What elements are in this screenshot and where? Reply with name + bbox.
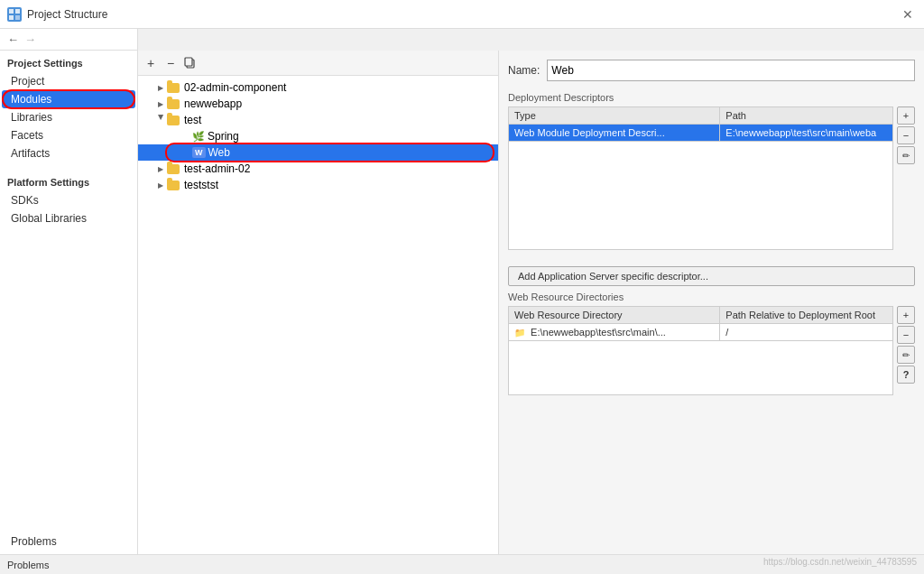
problems-link[interactable]: Problems (7, 560, 49, 570)
wrd-empty-row (509, 341, 893, 395)
tree-item-label: newwebapp (184, 97, 242, 110)
edit-wrd-button[interactable]: ✏ (897, 346, 915, 364)
remove-descriptor-button[interactable]: − (897, 126, 915, 144)
main-content: Project Settings Project Modules Librari… (0, 51, 924, 554)
deployment-descriptors-section: Deployment Descriptors Type Path Web Mod… (508, 92, 915, 250)
deployment-table-row[interactable]: Web Module Deployment Descri... E:\newwe… (509, 125, 893, 142)
add-descriptor-button[interactable]: + (897, 106, 915, 125)
help-wrd-button[interactable]: ? (897, 366, 915, 384)
tree-item-label: teststst (184, 179, 218, 191)
left-nav-panel: Project Settings Project Modules Librari… (0, 51, 138, 554)
deployment-table: Type Path Web Module Deployment Descri..… (508, 106, 893, 250)
svg-rect-5 (185, 58, 192, 66)
col-header-path: Path (720, 107, 893, 125)
forward-button[interactable]: → (24, 32, 36, 46)
cell-wrd-directory: 📁 E:\newwebapp\test\src\main\... (509, 324, 720, 341)
svg-rect-3 (15, 15, 20, 20)
svg-rect-2 (9, 15, 14, 20)
name-field-label: Name: (508, 64, 540, 77)
folder-icon-test-admin (167, 163, 181, 174)
sidebar-item-modules[interactable]: Modules (2, 90, 135, 108)
cell-path: E:\newwebapp\test\src\main\weba (720, 125, 893, 142)
sidebar-item-problems[interactable]: Problems (0, 532, 137, 551)
folder-icon-test (167, 115, 181, 125)
expand-arrow-newwebapp: ▶ (154, 100, 167, 108)
wrd-table-row[interactable]: 📁 E:\newwebapp\test\src\main\... / (509, 324, 893, 341)
platform-settings-label: Platform Settings (0, 170, 137, 191)
expand-arrow-admin: ▶ (154, 84, 167, 92)
spring-icon: 🌿 (192, 131, 205, 143)
tree-item-admin-component[interactable]: ▶ 02-admin-component (138, 79, 498, 96)
tree-item-teststst[interactable]: ▶ teststst (138, 177, 498, 193)
name-field-input[interactable] (547, 60, 915, 81)
add-app-server-descriptor-button[interactable]: Add Application Server specific descript… (508, 266, 915, 286)
tree-item-label: test (184, 114, 201, 126)
tree-item-label: test-admin-02 (184, 162, 250, 175)
wrd-table-container: Web Resource Directory Path Relative to … (508, 306, 915, 395)
add-wrd-button[interactable]: + (897, 306, 915, 324)
deployment-table-empty-row (509, 142, 893, 250)
col-header-wrd-path: Path Relative to Deployment Root (720, 307, 893, 324)
tree-content: ▶ 02-admin-component ▶ newwebapp ▶ test … (138, 76, 498, 554)
right-panel: Name: Deployment Descriptors Type Path (499, 51, 924, 554)
web-icon: W (192, 147, 206, 158)
sidebar-item-sdks[interactable]: SDKs (0, 191, 137, 209)
back-button[interactable]: ← (7, 32, 19, 46)
project-settings-label: Project Settings (0, 51, 137, 72)
web-resource-directories-title: Web Resource Directories (508, 292, 915, 302)
svg-rect-0 (9, 9, 14, 14)
folder-icon-admin (167, 82, 181, 93)
tree-item-test[interactable]: ▶ test (138, 112, 498, 128)
deployment-descriptors-title: Deployment Descriptors (508, 92, 915, 103)
cell-type: Web Module Deployment Descri... (509, 125, 720, 142)
remove-module-button[interactable]: − (162, 54, 180, 72)
wrd-table-wrapper: Web Resource Directory Path Relative to … (508, 306, 893, 395)
sidebar-item-project[interactable]: Project (0, 72, 137, 90)
folder-icon-teststst (167, 180, 181, 190)
tree-item-test-admin-02[interactable]: ▶ test-admin-02 (138, 161, 498, 177)
tree-item-label: Spring (208, 130, 239, 143)
expand-arrow-test: ▶ (157, 114, 165, 126)
wrd-side-buttons: + − ✏ ? (897, 306, 915, 395)
tree-item-label: 02-admin-component (184, 81, 286, 94)
edit-descriptor-button[interactable]: ✏ (897, 146, 915, 164)
expand-arrow-test-admin: ▶ (154, 165, 167, 173)
close-button[interactable]: ✕ (899, 5, 917, 23)
name-row: Name: (508, 60, 915, 81)
watermark: https://blog.csdn.net/weixin_44783595 (763, 557, 917, 567)
col-header-wrd: Web Resource Directory (509, 307, 720, 324)
arrow-spacer-web: ▶ (180, 149, 192, 157)
copy-module-button[interactable] (181, 54, 199, 72)
col-header-type: Type (509, 107, 720, 125)
deployment-table-wrapper: Type Path Web Module Deployment Descri..… (508, 106, 893, 250)
add-module-button[interactable]: + (142, 54, 160, 72)
cell-wrd-path: / (720, 324, 893, 341)
sidebar-item-global-libraries[interactable]: Global Libraries (0, 209, 137, 227)
title-bar-left: Project Structure (7, 7, 107, 22)
sidebar-item-libraries[interactable]: Libraries (0, 108, 137, 126)
remove-wrd-button[interactable]: − (897, 326, 915, 344)
web-resource-directories-section: Web Resource Directories Web Resource Di… (508, 292, 915, 395)
expand-arrow-teststst: ▶ (154, 181, 167, 190)
tree-item-spring[interactable]: ▶ 🌿 Spring (138, 128, 498, 144)
dialog-title: Project Structure (27, 8, 107, 21)
arrow-spacer-spring: ▶ (180, 133, 192, 141)
tree-toolbar: + − (138, 51, 498, 76)
svg-rect-1 (15, 9, 20, 14)
app-icon (7, 7, 22, 22)
deployment-table-container: Type Path Web Module Deployment Descri..… (508, 106, 915, 250)
title-bar: Project Structure ✕ (0, 0, 924, 29)
wrd-table: Web Resource Directory Path Relative to … (508, 306, 893, 395)
tree-item-web[interactable]: ▶ W Web (138, 144, 498, 161)
sidebar-item-facets[interactable]: Facets (0, 126, 137, 144)
tree-item-label: Web (208, 146, 230, 159)
wrd-folder-icon: 📁 (514, 328, 525, 338)
tree-panel: + − ▶ 02-admin-component ▶ newwebapp (138, 51, 499, 554)
deployment-side-buttons: + − ✏ (897, 106, 915, 250)
folder-icon-newwebapp (167, 98, 181, 109)
tree-item-newwebapp[interactable]: ▶ newwebapp (138, 96, 498, 112)
sidebar-item-artifacts[interactable]: Artifacts (0, 144, 137, 162)
